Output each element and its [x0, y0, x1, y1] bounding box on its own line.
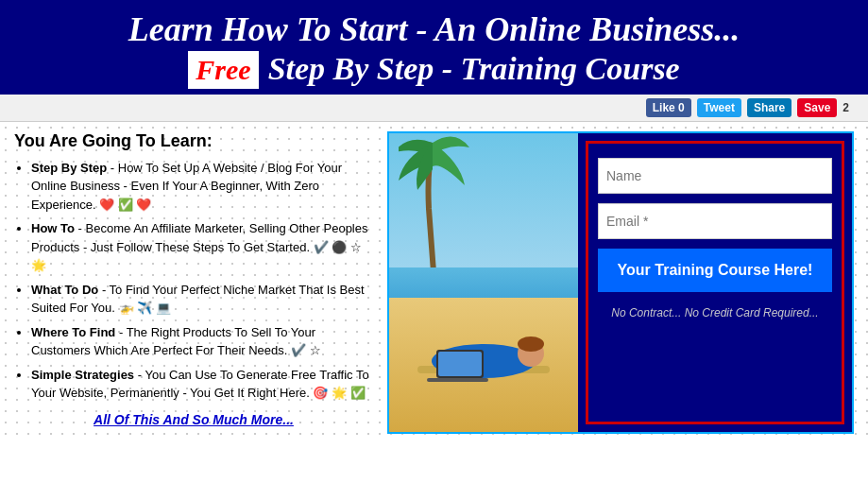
bullet-term-3: What To Do: [31, 283, 98, 297]
person-laptop-icon: [408, 304, 559, 408]
header: Learn How To Start - An Online Business.…: [0, 0, 868, 95]
learn-heading: You Are Going To Learn:: [14, 131, 373, 151]
list-item: Step By Step - How To Set Up A Website /…: [31, 159, 373, 215]
beach-image: [389, 133, 578, 432]
bullet-detail-2: - Become An Affiliate Marketer, Selling …: [31, 221, 367, 272]
tweet-button[interactable]: Tweet: [697, 98, 741, 117]
right-inner: Your Training Course Here! No Contract..…: [389, 133, 852, 432]
right-panel: Your Training Course Here! No Contract..…: [387, 131, 854, 434]
name-input[interactable]: [598, 158, 832, 194]
list-item: Simple Strategies - You Can Use To Gener…: [31, 366, 373, 403]
like-button[interactable]: Like 0: [646, 98, 691, 117]
svg-rect-6: [427, 378, 488, 382]
bullet-term-2: How To: [31, 221, 75, 235]
bullet-term-1: Step By Step: [31, 161, 107, 175]
list-item: Where To Find - The Right Products To Se…: [31, 323, 373, 360]
main-content: You Are Going To Learn: Step By Step - H…: [0, 122, 868, 443]
email-input[interactable]: [598, 203, 832, 239]
header-title: Learn How To Start - An Online Business.…: [19, 9, 849, 50]
more-link[interactable]: All Of This And So Much More...: [14, 412, 373, 427]
save-button[interactable]: Save: [797, 98, 837, 117]
svg-rect-5: [438, 352, 482, 376]
list-item: How To - Become An Affiliate Marketer, S…: [31, 219, 373, 275]
social-bar: Like 0 Tweet Share Save 2: [0, 95, 868, 122]
bullet-list: Step By Step - How To Set Up A Website /…: [14, 159, 373, 403]
bullet-term-5: Simple Strategies: [31, 368, 134, 382]
left-panel: You Are Going To Learn: Step By Step - H…: [14, 131, 373, 434]
free-badge: Free: [188, 51, 258, 89]
opt-in-form: Your Training Course Here! No Contract..…: [586, 141, 844, 424]
header-subtitle: Free Step By Step - Training Course: [19, 50, 849, 89]
bullet-term-4: Where To Find: [31, 325, 115, 339]
palm-tree-icon: [399, 133, 474, 285]
header-subtitle-text: Step By Step - Training Course: [268, 50, 680, 89]
list-item: What To Do - To Find Your Perfect Niche …: [31, 281, 373, 318]
no-contract-text: No Contract... No Credit Card Required..…: [598, 306, 832, 324]
share-button[interactable]: Share: [747, 98, 791, 117]
submit-button[interactable]: Your Training Course Here!: [598, 249, 832, 292]
svg-point-3: [518, 336, 544, 352]
social-count: 2: [842, 101, 849, 114]
